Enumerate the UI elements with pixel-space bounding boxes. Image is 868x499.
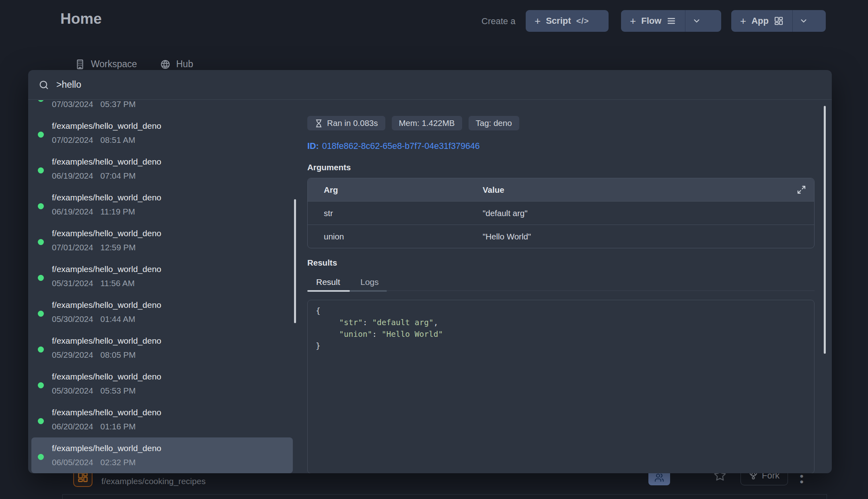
app-dropdown-button[interactable] [792,10,815,32]
plus-icon: + [630,16,636,26]
run-list-item[interactable]: f/examples/hello_world_deno 07/02/202408… [31,115,293,151]
flow-list-icon [666,16,676,26]
hourglass-icon [315,119,323,128]
success-dot-icon [38,346,44,353]
run-list-item[interactable]: f/examples/hello_world_deno 06/19/202407… [31,151,293,187]
success-dot-icon [38,167,44,173]
run-list-item[interactable]: f/examples/hello_world_deno 07/01/202412… [31,223,293,258]
page-title: Home [60,10,102,27]
run-path: f/examples/hello_world_deno [52,192,161,203]
success-dot-icon [38,100,44,102]
flow-dropdown-button[interactable] [685,10,708,32]
tag-badge: Tag: deno [469,116,519,130]
create-a-label: Create a [481,16,515,27]
tab-workspace-label: Workspace [91,59,137,70]
tab-result[interactable]: Result [316,277,340,287]
dashboard-icon [774,16,784,26]
run-timestamp: 07/01/202412:59 PM [52,242,161,253]
run-list-item-selected[interactable]: f/examples/hello_world_deno 06/05/202402… [31,437,293,473]
json-brace: { [316,306,321,315]
command-palette-modal: f/examples/hello_world_deno 07/03/202405… [28,70,832,473]
success-dot-icon [38,132,44,138]
arguments-table: Arg Value str "default arg" union [307,178,815,248]
run-timestamp: 05/31/202411:56 AM [52,278,161,289]
run-path: f/examples/hello_world_deno [52,264,161,274]
create-script-split: + Script </> [526,10,609,32]
create-app-button[interactable]: + App [731,10,792,32]
chevron-down-icon [799,16,808,25]
run-list-item[interactable]: f/examples/hello_world_deno 05/30/202405… [31,366,293,402]
create-flow-button[interactable]: + Flow [621,10,685,32]
run-path: f/examples/hello_world_deno [52,371,161,382]
duration-badge: Ran in 0.083s [307,116,385,130]
table-left-edge [62,494,63,499]
run-timestamp: 05/29/202408:05 PM [52,349,161,360]
search-icon [39,80,49,90]
run-list-item[interactable]: f/examples/hello_world_deno 05/29/202408… [31,330,293,366]
create-flow-split: + Flow [621,10,721,32]
run-list-item[interactable]: f/examples/hello_world_deno 06/19/202411… [31,187,293,223]
col-header-value: Value [483,185,790,195]
run-timestamp: 05/30/202401:44 AM [52,313,161,324]
building-icon [75,59,85,70]
run-timestamp: 06/19/202407:04 PM [52,170,161,181]
command-search-bar [28,70,832,100]
run-id-row: ID:018fe862-8c62-65e8-b7f7-04e31f379646 [307,141,815,151]
windmill-home-screen: Home Create a + Script </> + Flow + App [0,0,868,499]
memory-badge: Mem: 1.422MB [392,116,462,130]
run-details-panel: Ran in 0.083s Mem: 1.422MB Tag: deno ID:… [307,100,815,473]
run-timestamp: 06/05/202402:32 PM [52,457,161,468]
tab-hub[interactable]: Hub [160,59,193,70]
json-brace: } [316,341,321,351]
success-dot-icon [38,275,44,281]
success-dot-icon [38,239,44,245]
json-key: "union" [339,330,372,339]
run-id-value[interactable]: 018fe862-8c62-65e8-b7f7-04e31f379646 [322,141,480,151]
json-colon: : [363,318,372,327]
success-dot-icon [38,203,44,209]
create-app-split: + App [731,10,826,32]
globe-icon [160,59,171,70]
plus-icon: + [535,16,541,26]
code-icon: </> [576,16,589,26]
run-meta-badges: Ran in 0.083s Mem: 1.422MB Tag: deno [307,116,815,130]
list-scrollbar[interactable] [294,199,296,323]
success-dot-icon [38,418,44,424]
success-dot-icon [38,382,44,388]
run-path: f/examples/hello_world_deno [52,299,161,310]
tab-logs[interactable]: Logs [360,277,379,287]
json-value: "Hello World" [382,330,443,339]
argument-row: str "default arg" [308,201,814,225]
run-list-item[interactable]: f/examples/hello_world_deno 06/20/202401… [31,402,293,437]
run-path: f/examples/hello_world_deno [52,156,161,167]
plus-icon: + [740,16,746,26]
create-flow-label: Flow [641,16,661,26]
run-path: f/examples/hello_world_deno [52,407,161,418]
search-input[interactable] [56,79,821,90]
create-script-button[interactable]: + Script </> [526,10,598,32]
run-path: f/examples/hello_world_deno [52,335,161,346]
create-app-label: App [751,16,769,26]
run-timestamp: 07/03/202405:37 PM [52,100,161,109]
json-colon: : [372,330,381,339]
run-list-item[interactable]: f/examples/hello_world_deno 05/31/202411… [31,258,293,294]
run-list-item[interactable]: f/examples/hello_world_deno 05/30/202401… [31,294,293,330]
run-path: f/examples/hello_world_deno [52,443,161,454]
arguments-table-header: Arg Value [308,178,814,201]
result-json-viewer[interactable]: { "str": "default arg", "union": "Hello … [307,300,815,473]
run-history-list: f/examples/hello_world_deno 07/03/202405… [28,100,298,473]
users-icon [654,473,664,483]
maximize-icon [797,185,806,194]
success-dot-icon [38,311,44,317]
argument-name: str [308,208,483,218]
active-tab-underline [307,290,350,292]
run-list-item[interactable]: f/examples/hello_world_deno 07/03/202405… [31,100,293,115]
argument-name: union [308,232,483,241]
tab-workspace[interactable]: Workspace [75,59,137,70]
run-timestamp: 06/19/202411:19 PM [52,206,161,217]
dashboard-icon [77,472,88,483]
run-id-label: ID: [307,141,319,151]
expand-table-button[interactable] [797,185,806,194]
palette-body: f/examples/hello_world_deno 07/03/202405… [28,100,832,473]
details-scrollbar[interactable] [824,106,826,354]
